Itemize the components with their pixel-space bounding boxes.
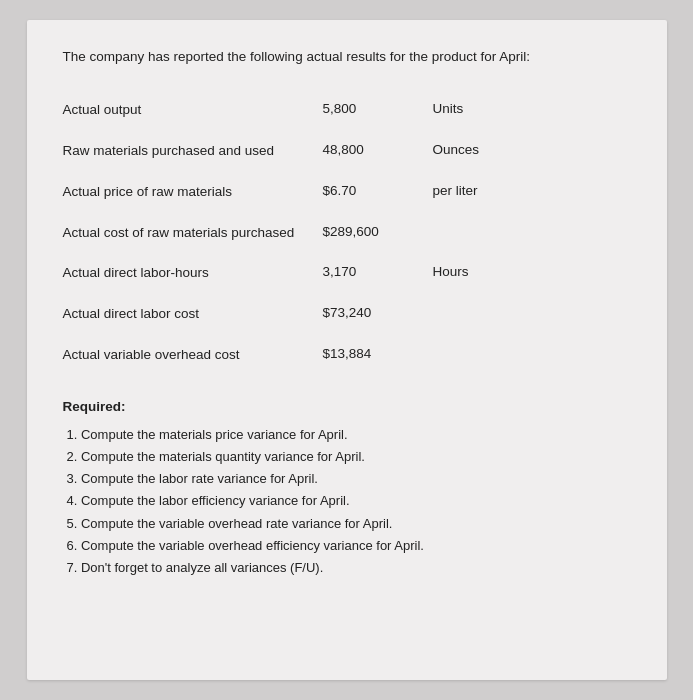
intro-text: The company has reported the following a… — [63, 48, 631, 67]
required-item-4: 4. Compute the labor efficiency variance… — [63, 490, 631, 512]
required-item-1: 1. Compute the materials price variance … — [63, 424, 631, 446]
data-row-actual-labor-hours: Actual direct labor-hours3,170Hours — [63, 254, 631, 293]
row-label-actual-price: Actual price of raw materials — [63, 183, 323, 202]
row-value-actual-price: $6.70 — [323, 183, 433, 198]
row-value-actual-variable-overhead: $13,884 — [323, 346, 433, 361]
required-item-6: 6. Compute the variable overhead efficie… — [63, 535, 631, 557]
row-unit-actual-labor-hours: Hours — [433, 264, 469, 279]
data-row-actual-variable-overhead: Actual variable overhead cost$13,884 — [63, 336, 631, 375]
data-table: Actual output5,800UnitsRaw materials pur… — [63, 91, 631, 375]
row-label-actual-labor-hours: Actual direct labor-hours — [63, 264, 323, 283]
row-label-actual-output: Actual output — [63, 101, 323, 120]
data-row-actual-output: Actual output5,800Units — [63, 91, 631, 130]
data-row-actual-price: Actual price of raw materials$6.70per li… — [63, 173, 631, 212]
row-label-actual-variable-overhead: Actual variable overhead cost — [63, 346, 323, 365]
page-container: The company has reported the following a… — [0, 0, 693, 700]
required-item-5: 5. Compute the variable overhead rate va… — [63, 513, 631, 535]
row-value-raw-materials: 48,800 — [323, 142, 433, 157]
row-label-raw-materials: Raw materials purchased and used — [63, 142, 323, 161]
required-item-3: 3. Compute the labor rate variance for A… — [63, 468, 631, 490]
content-card: The company has reported the following a… — [27, 20, 667, 680]
row-value-actual-cost: $289,600 — [323, 224, 433, 239]
row-value-actual-output: 5,800 — [323, 101, 433, 116]
data-row-actual-cost: Actual cost of raw materials purchased$2… — [63, 214, 631, 253]
required-label: Required: — [63, 399, 631, 414]
row-value-actual-labor-hours: 3,170 — [323, 264, 433, 279]
row-label-actual-cost: Actual cost of raw materials purchased — [63, 224, 323, 243]
row-unit-actual-price: per liter — [433, 183, 478, 198]
required-item-2: 2. Compute the materials quantity varian… — [63, 446, 631, 468]
row-label-actual-labor-cost: Actual direct labor cost — [63, 305, 323, 324]
required-item-7: 7. Don't forget to analyze all variances… — [63, 557, 631, 579]
required-section: Required:1. Compute the materials price … — [63, 399, 631, 579]
row-value-actual-labor-cost: $73,240 — [323, 305, 433, 320]
required-list: 1. Compute the materials price variance … — [63, 424, 631, 579]
data-row-actual-labor-cost: Actual direct labor cost$73,240 — [63, 295, 631, 334]
data-row-raw-materials: Raw materials purchased and used48,800Ou… — [63, 132, 631, 171]
row-unit-raw-materials: Ounces — [433, 142, 480, 157]
row-unit-actual-output: Units — [433, 101, 464, 116]
